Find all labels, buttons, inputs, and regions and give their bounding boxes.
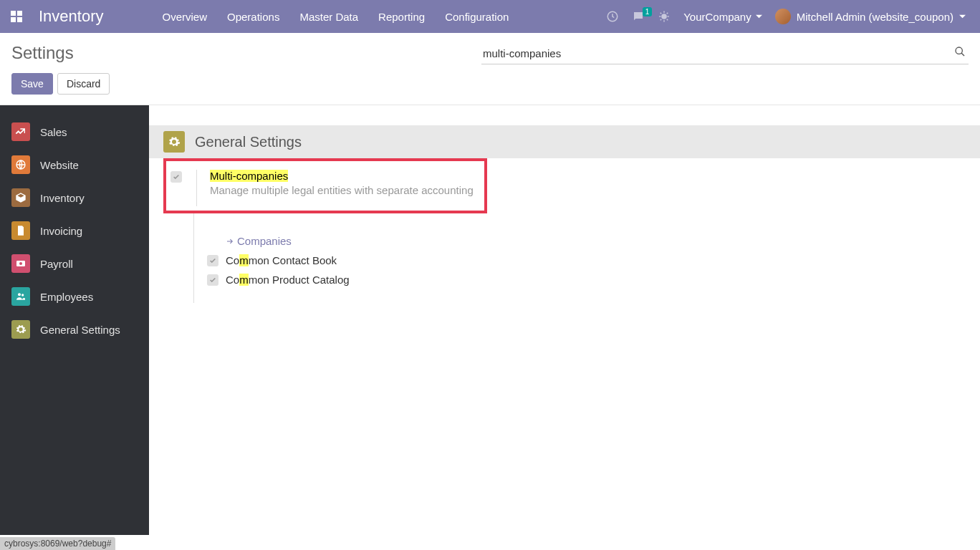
gear-icon — [163, 131, 185, 153]
apps-menu-button[interactable] — [0, 0, 33, 33]
employees-icon — [11, 287, 30, 306]
company-name: YourCompany — [683, 11, 751, 23]
check-icon — [209, 257, 216, 264]
apps-icon — [11, 11, 22, 22]
activity-button[interactable] — [606, 10, 619, 23]
company-switcher[interactable]: YourCompany — [683, 11, 762, 23]
sidebar-item-label: Website — [40, 159, 79, 171]
save-button[interactable]: Save — [11, 73, 53, 95]
multi-companies-desc: Manage multiple legal entities with sepa… — [210, 184, 484, 196]
svg-point-5 — [661, 14, 667, 19]
gear-icon — [11, 320, 30, 339]
discard-button[interactable]: Discard — [57, 73, 110, 95]
sidebar-item-label: Employees — [40, 291, 93, 303]
sidebar: Sales Website Inventory Invoicing Payrol… — [0, 105, 149, 535]
user-name: Mitchell Admin (website_coupon) — [797, 11, 953, 23]
sidebar-item-label: Sales — [40, 126, 67, 138]
svg-rect-3 — [17, 17, 22, 22]
sidebar-item-inventory[interactable]: Inventory — [0, 181, 149, 214]
nav-configuration[interactable]: Configuration — [435, 2, 519, 32]
sales-icon — [11, 122, 30, 141]
payroll-icon — [11, 254, 30, 273]
common-contact-checkbox[interactable] — [207, 255, 218, 266]
website-icon — [11, 155, 30, 174]
search-button[interactable] — [954, 46, 966, 57]
multi-companies-title: Multi-companies — [210, 170, 484, 182]
bug-icon — [658, 10, 671, 23]
svg-point-6 — [956, 47, 962, 54]
svg-rect-0 — [11, 11, 16, 16]
common-contact-label: Common Contact Book — [226, 254, 337, 266]
companies-link-label: Companies — [237, 235, 292, 247]
nav-reporting[interactable]: Reporting — [368, 2, 435, 32]
caret-down-icon — [959, 14, 966, 20]
svg-point-11 — [21, 294, 24, 296]
debug-button[interactable] — [658, 10, 671, 23]
sidebar-item-invoicing[interactable]: Invoicing — [0, 214, 149, 247]
messages-badge: 1 — [643, 7, 653, 16]
svg-point-10 — [18, 293, 21, 296]
sidebar-item-label: Invoicing — [40, 225, 82, 237]
common-catalog-label: Common Product Catalog — [226, 274, 350, 286]
sidebar-item-general-settings[interactable]: General Settings — [0, 313, 149, 346]
sidebar-item-sales[interactable]: Sales — [0, 115, 149, 148]
page-title: Settings — [11, 43, 110, 63]
multi-companies-highlight: Multi-companies Manage multiple legal en… — [163, 158, 487, 213]
companies-link[interactable]: Companies — [226, 235, 292, 247]
nav-operations[interactable]: Operations — [217, 2, 289, 32]
svg-rect-2 — [11, 17, 16, 22]
nav-overview[interactable]: Overview — [153, 2, 218, 32]
app-name[interactable]: Inventory — [33, 7, 117, 26]
svg-rect-1 — [17, 11, 22, 16]
common-catalog-checkbox[interactable] — [207, 274, 218, 286]
search-icon — [954, 46, 966, 57]
section-title: General Settings — [195, 134, 302, 150]
sidebar-item-label: General Settings — [40, 324, 120, 336]
check-icon — [173, 173, 180, 180]
caret-down-icon — [756, 14, 762, 20]
arrow-right-icon — [226, 237, 234, 246]
svg-point-9 — [19, 262, 22, 265]
sidebar-item-label: Inventory — [40, 192, 85, 204]
check-icon — [209, 276, 216, 284]
sidebar-item-website[interactable]: Website — [0, 148, 149, 181]
invoicing-icon — [11, 221, 30, 240]
sidebar-item-label: Payroll — [40, 258, 73, 270]
user-menu[interactable]: Mitchell Admin (website_coupon) — [775, 9, 966, 24]
multi-companies-checkbox[interactable] — [170, 171, 182, 183]
section-header: General Settings — [149, 125, 980, 158]
avatar — [775, 9, 791, 24]
sidebar-item-employees[interactable]: Employees — [0, 280, 149, 313]
nav-master-data[interactable]: Master Data — [289, 2, 368, 32]
messages-button[interactable]: 1 — [632, 10, 645, 23]
sidebar-item-payroll[interactable]: Payroll — [0, 247, 149, 280]
search-input[interactable] — [481, 43, 969, 64]
status-bar: cybrosys:8069/web?debug# — [0, 537, 115, 550]
clock-icon — [606, 10, 619, 23]
inventory-icon — [11, 188, 30, 207]
